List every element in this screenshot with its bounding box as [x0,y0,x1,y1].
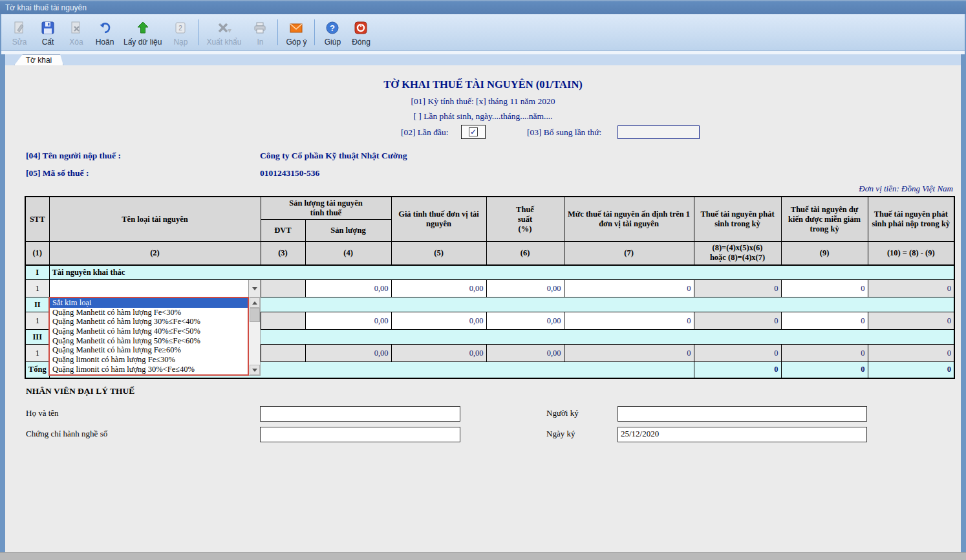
row-stt: 1 [25,312,49,330]
dropdown-item[interactable]: Quặng Manhetit có hàm lượng 50%≤Fe<60% [50,336,248,346]
get-data-button[interactable]: Lấy dữ liệu [119,16,166,49]
cell-rate[interactable]: 0,00 [486,312,564,330]
close-power-icon [353,19,369,36]
col-header-qty: Sản lượng [305,220,391,242]
dropdown-item[interactable]: Quặng limonit có hàm lượng Fe≤30% [50,355,248,365]
combobox-dropdown-button[interactable] [248,280,261,297]
feedback-button[interactable]: Góp ý [281,16,311,49]
tax-period-line: [01] Kỳ tính thuế: [x] tháng 11 năm 2020 [5,96,961,107]
dropdown-item[interactable]: Quặng Manhetit có hàm lượng 40%≤Fe<50% [50,327,248,336]
delete-button[interactable]: Xóa [62,16,91,49]
dropdown-scrollbar[interactable] [249,297,261,376]
cert-label: Chứng chỉ hành nghề số [26,429,107,439]
edit-page-icon [12,19,27,36]
undo-arrow-icon [97,19,113,36]
cell-fixed[interactable]: 0 [564,312,694,330]
cell-arising: 0 [694,345,781,362]
envelope-icon [288,19,304,36]
scrollbar-thumb[interactable] [250,308,260,322]
form-content: TỜ KHAI THUẾ TÀI NGUYÊN (01/TAIN) [01] K… [5,65,961,552]
save-floppy-icon [40,19,56,36]
scroll-down-button[interactable] [250,365,260,375]
resource-dropdown: Sắt kim loại Quặng Manhetit có hàm lượng… [48,297,261,376]
cell-price[interactable]: 0,00 [391,312,486,330]
total-label: Tổng [25,362,49,378]
cell-reduced[interactable]: 0 [781,312,868,330]
cell-arising: 0 [694,312,781,330]
col-header-unit-price: Giá tính thuế đơn vị tài nguyên [391,197,486,242]
toolbar: Sửa Cất Xóa Hoãn Lấy dữ liệu 2 Nạp [1,14,965,51]
row-stt: 1 [25,345,49,362]
tab-strip: Tờ khai [5,54,961,65]
cell-qty[interactable]: 0,00 [305,312,391,330]
sign-date-input[interactable]: 25/12/2020 [617,427,867,442]
index-cell: (10) = (8) - (9) [868,242,954,265]
index-cell: (9) [781,242,868,265]
index-cell: (4) [305,242,391,265]
form-title: TỜ KHAI THUẾ TÀI NGUYÊN (01/TAIN) [5,78,961,91]
col-header-name: Tên loại tài nguyên [49,197,261,242]
index-cell: (5) [391,242,486,265]
edit-button[interactable]: Sửa [5,16,34,49]
col-header-tax-payable: Thuế tài nguyên phát sinh phải nộp trong… [868,197,954,242]
triangle-down-icon [252,369,257,372]
section-number: III [25,330,49,345]
save-button[interactable]: Cất [34,16,62,49]
taxpayer-value: Công ty Cổ phần Kỹ thuật Nhật Cường [260,151,407,161]
row-stt: 1 [25,280,49,297]
app-window: Tờ khai thuế tài nguyên Sửa Cất Xóa Hoãn [0,0,966,560]
export-button[interactable]: Xuất khẩu [202,16,246,49]
triangle-up-icon [252,301,257,305]
first-time-checkbox[interactable]: ✓ [461,125,486,139]
scroll-up-button[interactable] [250,297,260,308]
delete-page-icon [69,19,84,36]
cell-price[interactable]: 0,00 [391,280,486,297]
total-payable: 0 [868,362,954,378]
cell-rate: 0,00 [486,345,564,362]
sign-date-label: Ngày ký [546,429,575,439]
cell-rate[interactable]: 0,00 [486,280,564,297]
undo-button[interactable]: Hoãn [91,16,119,49]
toolbar-separator [314,19,315,45]
cell-dvt [261,345,305,362]
load-page-icon: 2 [173,19,188,36]
dropdown-item[interactable]: Sắt kim loại [50,298,248,308]
close-button[interactable]: Đóng [347,16,375,49]
printer-icon [252,19,268,36]
print-button[interactable]: In [246,16,274,49]
tab-to-khai[interactable]: Tờ khai [14,54,63,65]
cert-input[interactable] [260,427,460,442]
cell-dvt [261,312,305,330]
cell-fixed[interactable]: 0 [564,280,694,297]
dropdown-list: Sắt kim loại Quặng Manhetit có hàm lượng… [48,297,249,376]
svg-text:2: 2 [179,25,183,32]
cell-qty[interactable]: 0,00 [305,280,391,297]
help-button[interactable]: ? Giúp [318,16,347,49]
taxcode-value: 0101243150-536 [260,168,319,178]
cell-price: 0,00 [391,345,486,362]
dropdown-item[interactable]: Quặng Manhetit có hàm lượng Fe≥60% [50,345,248,355]
col-header-tax-arising: Thuế tài nguyên phát sinh trong kỳ [694,197,781,242]
cell-reduced[interactable]: 0 [781,280,868,297]
cell-payable: 0 [868,280,954,297]
section-row-1: I Tài nguyên khai thác [25,265,954,280]
col-header-rate: Thuế suất (%) [486,197,564,242]
dropdown-item[interactable]: Quặng Manhetit có hàm lượng 30%≤Fe<40% [50,317,248,327]
dropdown-item[interactable]: Quặng limonit có hàm lượng 30%<Fe≤40% [50,365,248,374]
agent-section-title: NHÂN VIÊN ĐẠI LÝ THUẾ [26,386,134,396]
signer-input[interactable] [617,406,867,422]
load-button[interactable]: 2 Nạp [166,16,195,49]
toolbar-separator [198,19,199,45]
supplement-input[interactable] [617,125,700,139]
first-time-label: [02] Lần đầu: [401,127,448,138]
signer-label: Người ký [546,408,579,418]
col-header-stt: STT [25,197,49,242]
currency-note: Đơn vị tiền: Đồng Việt Nam [859,184,953,194]
resource-name-combobox[interactable] [49,280,261,297]
window-title: Tờ khai thuế tài nguyên [0,0,966,14]
fullname-input[interactable] [260,406,460,422]
dropdown-item[interactable]: Quặng Manhetit có hàm lượng Fe<30% [50,308,248,318]
col-header-qty-group: Sản lượng tài nguyên tính thuế [261,197,391,220]
col-header-fixed-tax: Mức thuế tài nguyên ấn định trên 1 đơn v… [564,197,694,242]
bottom-scrollbar[interactable] [0,552,966,560]
